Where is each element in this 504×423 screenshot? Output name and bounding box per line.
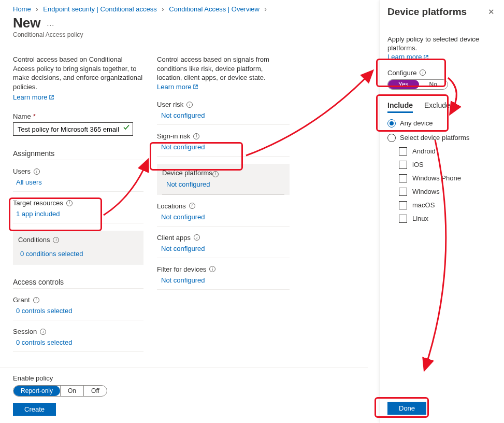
users-value[interactable]: All users — [16, 178, 42, 186]
users-row[interactable]: Users i — [13, 167, 143, 175]
info-icon: i — [420, 69, 426, 76]
filter-devices-value[interactable]: Not configured — [161, 276, 205, 284]
device-platforms-panel: Device platforms ✕ Apply policy to selec… — [380, 0, 504, 423]
user-risk-row[interactable]: User riski Not configured — [157, 93, 290, 125]
configure-toggle[interactable]: Yes No — [387, 79, 448, 90]
enable-policy-toggle[interactable]: Report-only On Off — [13, 385, 107, 397]
name-field-label: Name* — [13, 112, 143, 120]
toggle-no[interactable]: No — [419, 80, 448, 89]
configure-label: Configure i — [387, 69, 497, 77]
conditions-description: Control access based on signals from con… — [157, 55, 290, 91]
target-resources-row[interactable]: Target resources i — [13, 199, 143, 207]
info-icon: i — [53, 237, 59, 243]
footer-bar: Enable policy Report-only On Off Create — [0, 368, 368, 423]
policy-description: Control access based on Conditional Acce… — [13, 55, 143, 91]
checkbox-android[interactable]: Android — [399, 147, 497, 156]
breadcrumb-conditional-access-overview[interactable]: Conditional Access | Overview — [169, 5, 260, 13]
client-apps-row[interactable]: Client appsi Not configured — [157, 227, 290, 258]
checkbox-icon — [399, 215, 407, 223]
info-icon: i — [194, 234, 200, 241]
chevron-right-icon: › — [33, 5, 41, 13]
page-title: New — [13, 15, 40, 31]
panel-title: Device platforms — [387, 6, 467, 18]
learn-more-link[interactable]: Learn more — [13, 93, 54, 101]
more-menu-icon[interactable]: ··· — [47, 21, 54, 29]
locations-value[interactable]: Not configured — [161, 213, 205, 221]
signin-risk-row[interactable]: Sign-in riski Not configured — [157, 125, 290, 157]
checkbox-icon — [399, 188, 407, 196]
checkbox-windows-phone[interactable]: Windows Phone — [399, 174, 497, 182]
external-link-icon — [423, 54, 429, 60]
info-icon: i — [186, 102, 193, 108]
client-apps-value[interactable]: Not configured — [161, 245, 205, 252]
breadcrumb-endpoint-security[interactable]: Endpoint security | Conditional access — [43, 5, 156, 13]
external-link-icon — [49, 94, 54, 100]
checkbox-ios[interactable]: iOS — [399, 161, 497, 169]
assignments-header: Assignments — [13, 149, 143, 160]
locations-row[interactable]: Locationsi Not configured — [157, 195, 290, 227]
policy-name-input[interactable] — [13, 122, 133, 136]
info-icon: i — [40, 329, 46, 335]
access-controls-header: Access controls — [13, 278, 143, 289]
conditions-row[interactable]: Conditions i 0 conditions selected — [13, 231, 143, 264]
checkbox-icon — [399, 201, 407, 209]
close-icon[interactable]: ✕ — [486, 6, 497, 18]
info-icon: i — [193, 133, 199, 139]
learn-more-link[interactable]: Learn more — [387, 53, 429, 62]
session-row[interactable]: Session i — [13, 328, 143, 335]
radio-select-platforms[interactable]: Select device platforms — [387, 134, 497, 142]
conditions-value[interactable]: 0 conditions selected — [20, 250, 83, 258]
session-value[interactable]: 0 controls selected — [16, 339, 72, 346]
tab-include[interactable]: Include — [387, 101, 413, 113]
learn-more-link[interactable]: Learn more — [157, 82, 198, 92]
radio-icon — [387, 134, 396, 142]
radio-any-device[interactable]: Any device — [387, 119, 497, 128]
grant-row[interactable]: Grant i — [13, 296, 143, 304]
checkmark-icon — [123, 124, 130, 133]
breadcrumb-home[interactable]: Home — [13, 5, 31, 13]
enable-policy-label: Enable policy — [13, 374, 355, 382]
checkbox-icon — [399, 161, 407, 169]
toggle-report-only[interactable]: Report-only — [13, 386, 60, 396]
panel-description: Apply policy to selected device platform… — [387, 35, 497, 62]
toggle-yes[interactable]: Yes — [388, 80, 419, 89]
signin-risk-value[interactable]: Not configured — [161, 143, 205, 151]
checkbox-linux[interactable]: Linux — [399, 215, 497, 223]
include-exclude-tabs: Include Exclude — [387, 101, 497, 113]
conditions-column: Control access based on signals from con… — [157, 55, 290, 352]
device-platforms-row[interactable]: Device platformsi Not configured — [157, 164, 290, 195]
external-link-icon — [193, 84, 198, 90]
toggle-off[interactable]: Off — [84, 386, 107, 396]
info-icon: i — [33, 297, 39, 303]
info-icon: i — [209, 266, 215, 272]
filter-devices-row[interactable]: Filter for devicesi Not configured — [157, 258, 290, 290]
checkbox-windows[interactable]: Windows — [399, 188, 497, 196]
info-icon: i — [66, 200, 73, 206]
policy-overview-column: Control access based on Conditional Acce… — [13, 55, 143, 352]
checkbox-macos[interactable]: macOS — [399, 201, 497, 209]
info-icon: i — [189, 203, 195, 209]
radio-icon — [387, 119, 396, 128]
target-resources-value[interactable]: 1 app included — [16, 210, 60, 218]
chevron-right-icon: › — [262, 5, 270, 13]
toggle-on[interactable]: On — [60, 386, 84, 396]
grant-value[interactable]: 0 controls selected — [16, 307, 72, 315]
checkbox-icon — [399, 174, 407, 182]
chevron-right-icon: › — [159, 5, 167, 13]
create-button[interactable]: Create — [13, 403, 56, 416]
info-icon: i — [212, 171, 219, 177]
tab-exclude[interactable]: Exclude — [424, 101, 450, 113]
done-button[interactable]: Done — [387, 402, 426, 415]
info-icon: i — [34, 168, 40, 175]
checkbox-icon — [399, 147, 407, 156]
user-risk-value[interactable]: Not configured — [161, 111, 205, 119]
device-platforms-value[interactable]: Not configured — [166, 180, 210, 188]
